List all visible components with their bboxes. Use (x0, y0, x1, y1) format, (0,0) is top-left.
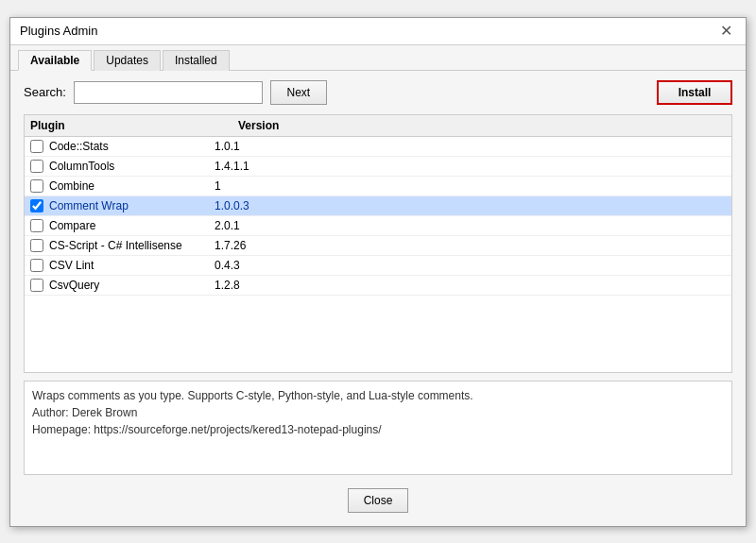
tab-available[interactable]: Available (18, 50, 92, 71)
col-plugin-header: Plugin (30, 119, 238, 132)
plugin-name: CSV Lint (49, 259, 94, 272)
plugin-name: Combine (49, 179, 94, 193)
description-text: Wraps comments as you type. Supports C-s… (32, 389, 473, 436)
tab-installed[interactable]: Installed (163, 50, 230, 71)
toolbar-left: Search: Next (24, 80, 327, 105)
plugin-version: 0.4.3 (215, 259, 309, 272)
plugin-version: 1.7.26 (215, 239, 309, 252)
table-row[interactable]: CsvQuery1.2.8 (25, 276, 731, 296)
title-bar: Plugins Admin ✕ (10, 18, 746, 45)
dialog-title: Plugins Admin (20, 24, 97, 38)
plugin-checkbox[interactable] (30, 279, 43, 292)
plugin-checkbox[interactable] (30, 259, 43, 272)
plugin-version: 1.0.1 (215, 140, 309, 153)
plugin-name: ColumnTools (49, 160, 114, 173)
plugin-table: Plugin Version Code::Stats1.0.1ColumnToo… (24, 114, 732, 373)
table-row[interactable]: ColumnTools1.4.1.1 (25, 157, 731, 177)
plugin-name: Compare (49, 219, 95, 232)
table-row[interactable]: Code::Stats1.0.1 (25, 137, 731, 157)
plugin-version: 1 (215, 179, 309, 193)
plugin-checkbox[interactable] (30, 160, 43, 173)
table-body[interactable]: Code::Stats1.0.1ColumnTools1.4.1.1Combin… (25, 137, 731, 372)
col-version-header: Version (238, 119, 333, 132)
plugin-checkbox[interactable] (30, 219, 43, 232)
plugin-name: CsvQuery (49, 279, 99, 292)
plugin-checkbox[interactable] (30, 140, 43, 153)
plugin-name: Comment Wrap (49, 199, 129, 212)
content-area: Plugin Version Code::Stats1.0.1ColumnToo… (10, 114, 746, 475)
plugin-version: 1.0.0.3 (215, 199, 309, 212)
next-button[interactable]: Next (270, 80, 327, 105)
table-row[interactable]: Combine1 (25, 177, 731, 196)
plugin-checkbox[interactable] (30, 199, 43, 212)
toolbar: Search: Next Install (10, 71, 746, 114)
tab-updates[interactable]: Updates (94, 50, 161, 71)
plugin-checkbox[interactable] (30, 179, 43, 193)
plugin-name: Code::Stats (49, 140, 109, 153)
tabs-bar: Available Updates Installed (10, 45, 746, 71)
plugins-admin-dialog: Plugins Admin ✕ Available Updates Instal… (9, 17, 747, 527)
plugin-name: CS-Script - C# Intellisense (49, 239, 182, 252)
footer: Close (10, 475, 746, 526)
plugin-version: 1.2.8 (215, 279, 309, 292)
plugin-version: 1.4.1.1 (215, 160, 309, 173)
table-row[interactable]: Compare2.0.1 (25, 216, 731, 236)
table-row[interactable]: Comment Wrap1.0.0.3 (25, 196, 731, 216)
plugin-version: 2.0.1 (215, 219, 309, 232)
table-header: Plugin Version (25, 115, 731, 137)
table-row[interactable]: CSV Lint0.4.3 (25, 256, 731, 276)
close-icon[interactable]: ✕ (716, 24, 736, 39)
close-button[interactable]: Close (348, 488, 409, 513)
description-box: Wraps comments as you type. Supports C-s… (24, 381, 732, 475)
search-label: Search: (24, 85, 66, 99)
install-button[interactable]: Install (657, 80, 732, 105)
plugin-checkbox[interactable] (30, 239, 43, 252)
search-input[interactable] (74, 81, 263, 104)
table-row[interactable]: CS-Script - C# Intellisense1.7.26 (25, 236, 731, 256)
